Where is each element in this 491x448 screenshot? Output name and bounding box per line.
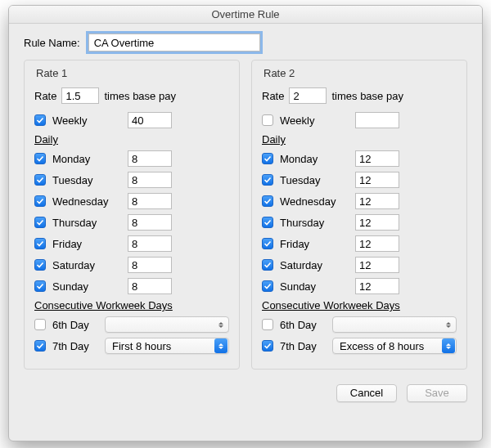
rate2-saturday-checkbox[interactable] (262, 259, 273, 271)
updown-icon (214, 317, 227, 332)
rate1-sunday-input[interactable] (128, 278, 172, 294)
rate2-monday-input[interactable] (355, 150, 399, 167)
rate2-friday-label: Friday (280, 238, 352, 250)
rate2-weekly-input[interactable] (355, 112, 399, 128)
rate1-rate-label: Rate (34, 90, 56, 102)
check-icon (264, 282, 272, 290)
rate2-tuesday-checkbox[interactable] (262, 174, 273, 186)
rate1-saturday-checkbox[interactable] (34, 259, 46, 271)
rate1-group: Rate 1 Rate times base pay Weekly Daily … (24, 60, 240, 370)
check-icon (36, 282, 44, 290)
rate1-thursday-input[interactable] (128, 214, 172, 231)
check-icon (264, 261, 272, 269)
rate1-friday-input[interactable] (128, 235, 172, 252)
rate2-friday-input[interactable] (355, 235, 399, 252)
check-icon (36, 155, 44, 163)
rate1-tuesday-checkbox[interactable] (34, 174, 46, 186)
rate1-tuesday-input[interactable] (128, 172, 172, 188)
check-icon (36, 116, 44, 124)
rate1-saturday-label: Saturday (52, 259, 124, 271)
check-icon (264, 342, 272, 350)
rate2-sunday-input[interactable] (355, 278, 399, 294)
window-title: Overtime Rule (9, 6, 482, 24)
check-icon (36, 240, 44, 248)
rate1-7th-day-label: 7th Day (52, 340, 101, 352)
rate2-7th-day-checkbox[interactable] (262, 340, 273, 352)
rate2-friday-checkbox[interactable] (262, 238, 273, 249)
rate1-7th-day-select[interactable]: First 8 hours (105, 338, 229, 354)
rate1-6th-day-checkbox[interactable] (34, 319, 46, 330)
rate1-weekly-label: Weekly (52, 114, 124, 127)
rate1-friday-label: Friday (52, 238, 124, 250)
rate2-7th-day-label: 7th Day (280, 340, 329, 352)
rate2-sunday-checkbox[interactable] (262, 280, 273, 292)
rate2-saturday-label: Saturday (280, 259, 352, 271)
rate1-thursday-label: Thursday (52, 217, 124, 229)
rate2-wednesday-checkbox[interactable] (262, 195, 273, 207)
check-icon (36, 342, 44, 350)
rate2-sunday-label: Sunday (280, 280, 352, 293)
rate1-title: Rate 1 (36, 67, 229, 79)
updown-icon (214, 338, 227, 353)
rate1-tuesday-label: Tuesday (52, 174, 124, 186)
rate1-7th-day-checkbox[interactable] (34, 340, 46, 352)
rate1-daily-label: Daily (34, 133, 229, 146)
check-icon (36, 218, 44, 226)
rate2-6th-day-label: 6th Day (280, 319, 329, 331)
check-icon (264, 176, 272, 184)
rule-name-label: Rule Name: (24, 37, 80, 49)
rate1-wednesday-checkbox[interactable] (34, 195, 46, 207)
rate1-weekly-input[interactable] (128, 112, 172, 128)
rate1-friday-checkbox[interactable] (34, 238, 46, 249)
overtime-rule-dialog: Overtime Rule Rule Name: Rate 1 Rate tim… (8, 5, 483, 441)
rate2-tuesday-label: Tuesday (280, 174, 352, 186)
check-icon (36, 261, 44, 269)
rate2-group: Rate 2 Rate times base pay Weekly Daily … (251, 60, 467, 370)
rate1-monday-input[interactable] (128, 150, 172, 167)
rate2-6th-day-select[interactable] (332, 316, 457, 333)
rate1-times-label: times base pay (104, 90, 175, 102)
rate2-6th-day-checkbox[interactable] (262, 319, 273, 330)
rate1-monday-checkbox[interactable] (34, 153, 46, 164)
check-icon (36, 197, 44, 205)
rate2-thursday-input[interactable] (355, 214, 399, 231)
rate1-monday-label: Monday (52, 153, 124, 165)
rate2-7th-day-select[interactable]: Excess of 8 hours (332, 338, 457, 354)
rate2-rate-label: Rate (262, 90, 284, 102)
rate1-rate-input[interactable] (61, 87, 99, 104)
rate2-saturday-input[interactable] (355, 257, 399, 273)
check-icon (264, 218, 272, 226)
updown-icon (442, 317, 455, 332)
rate1-wednesday-input[interactable] (128, 193, 172, 209)
rate2-consecutive-label: Consecutive Workweek Days (262, 299, 457, 311)
rate2-wednesday-label: Wednesday (280, 195, 352, 208)
rate1-6th-day-label: 6th Day (52, 319, 101, 331)
rate2-thursday-checkbox[interactable] (262, 217, 273, 228)
rate2-thursday-label: Thursday (280, 217, 352, 229)
rate1-6th-day-select[interactable] (105, 316, 229, 333)
rate2-weekly-label: Weekly (280, 114, 352, 127)
rate2-rate-input[interactable] (289, 87, 327, 104)
updown-icon (442, 338, 455, 353)
cancel-button[interactable]: Cancel (336, 384, 397, 402)
rate2-monday-checkbox[interactable] (262, 153, 273, 164)
rate1-sunday-label: Sunday (52, 280, 124, 293)
rate2-times-label: times base pay (331, 90, 403, 102)
rate2-title: Rate 2 (264, 67, 457, 79)
rate1-thursday-checkbox[interactable] (34, 217, 46, 228)
rule-name-input[interactable] (88, 34, 260, 52)
rate2-weekly-checkbox[interactable] (262, 114, 273, 126)
rate2-wednesday-input[interactable] (355, 193, 399, 209)
rate1-saturday-input[interactable] (128, 257, 172, 273)
check-icon (36, 176, 44, 184)
rate1-consecutive-label: Consecutive Workweek Days (34, 299, 229, 311)
check-icon (264, 240, 272, 248)
rate2-tuesday-input[interactable] (355, 172, 399, 188)
save-button[interactable]: Save (407, 384, 467, 402)
check-icon (264, 197, 272, 205)
rate1-weekly-checkbox[interactable] (34, 114, 46, 126)
rate2-daily-label: Daily (262, 133, 457, 146)
rate1-wednesday-label: Wednesday (52, 195, 124, 208)
rate1-sunday-checkbox[interactable] (34, 280, 46, 292)
check-icon (264, 155, 272, 163)
